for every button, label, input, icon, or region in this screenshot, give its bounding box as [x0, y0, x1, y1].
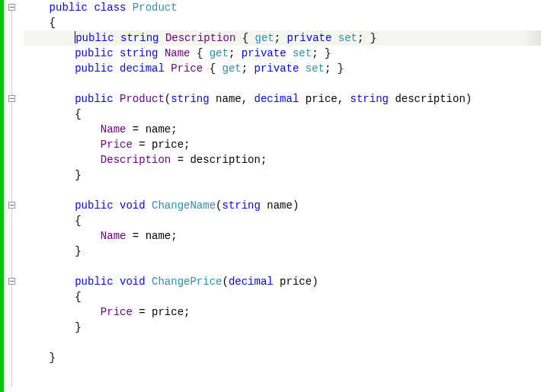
identifier: price — [152, 139, 184, 151]
space — [248, 32, 254, 44]
code-line[interactable]: public string Name { get; private set; } — [24, 46, 541, 61]
space — [158, 32, 165, 44]
code-line[interactable]: { — [24, 289, 541, 304]
code-line[interactable]: Name = name; — [24, 228, 541, 244]
brace: { — [210, 62, 216, 75]
keyword: class — [94, 2, 126, 14]
operator: = — [139, 139, 145, 151]
code-line[interactable]: } — [24, 350, 541, 365]
code-line[interactable]: Name = name; — [24, 122, 541, 137]
code-line[interactable]: Description = description; — [24, 152, 541, 167]
fold-toggle-icon[interactable] — [8, 95, 15, 102]
space — [190, 47, 196, 59]
type-keyword: string — [351, 93, 389, 105]
type-keyword: string — [222, 199, 260, 212]
space — [165, 62, 171, 75]
space — [319, 47, 325, 59]
brace: } — [370, 32, 376, 44]
accessor-keyword: get — [222, 62, 242, 75]
brace: { — [75, 215, 81, 227]
code-line[interactable]: Price = price; — [24, 137, 541, 152]
code-line-blank[interactable] — [24, 76, 541, 91]
space — [216, 62, 222, 75]
space — [274, 276, 280, 288]
accessor-keyword: get — [210, 47, 229, 59]
code-line-current[interactable]: public string Description { get; private… — [24, 30, 541, 46]
indent — [24, 108, 75, 120]
space — [299, 62, 305, 75]
space — [235, 47, 241, 59]
code-line[interactable]: Price = price; — [24, 304, 541, 320]
code-line[interactable]: } — [24, 320, 541, 335]
semicolon: ; — [242, 62, 248, 75]
indent — [24, 215, 75, 227]
gutter[interactable] — [4, 0, 21, 392]
method-name: ChangeName — [152, 199, 216, 212]
code-line[interactable]: { — [24, 15, 541, 30]
semicolon: ; — [261, 154, 267, 166]
keyword: public — [75, 199, 113, 212]
paren: ( — [165, 93, 171, 105]
type-keyword: decimal — [229, 276, 274, 288]
code-line[interactable]: public void ChangePrice(decimal price) — [24, 274, 541, 289]
paren: ( — [222, 276, 228, 288]
property-ref: Name — [101, 123, 126, 135]
indent — [24, 2, 50, 14]
brace: { — [242, 32, 248, 44]
indent — [24, 321, 75, 333]
comma: , — [242, 93, 248, 105]
brace: { — [50, 17, 56, 29]
space — [344, 93, 350, 105]
operator: = — [133, 123, 139, 135]
code-line[interactable]: public Product(string name, decimal pric… — [24, 91, 541, 107]
type-keyword: string — [171, 93, 209, 105]
space — [171, 154, 177, 166]
code-editor[interactable]: public class Product { public string Des… — [0, 0, 541, 392]
space — [280, 32, 287, 44]
space — [210, 93, 216, 105]
accessor-keyword: set — [293, 47, 312, 59]
code-area[interactable]: public class Product { public string Des… — [21, 0, 541, 392]
fold-toggle-icon[interactable] — [8, 202, 15, 209]
code-line[interactable]: } — [24, 167, 541, 183]
code-line-blank[interactable] — [24, 259, 541, 274]
code-line[interactable]: { — [24, 107, 541, 122]
space — [139, 230, 145, 242]
fold-toggle-icon[interactable] — [8, 278, 15, 285]
property-name: Description — [165, 32, 235, 44]
space — [331, 32, 338, 44]
accessor-keyword: set — [306, 62, 325, 75]
parameter: description — [395, 93, 465, 105]
indent — [24, 123, 101, 135]
code-line[interactable]: public decimal Price { get; private set;… — [24, 61, 541, 76]
semicolon: ; — [171, 123, 177, 135]
keyword: public — [75, 62, 113, 75]
code-line-blank[interactable] — [24, 183, 541, 198]
property-ref: Price — [101, 139, 133, 151]
keyword: private — [287, 32, 332, 44]
brace: } — [325, 47, 331, 59]
space — [114, 93, 120, 105]
type-keyword: decimal — [254, 93, 299, 105]
code-line[interactable]: } — [24, 244, 541, 259]
property-ref: Description — [101, 154, 171, 166]
indent — [24, 245, 75, 257]
brace: } — [50, 352, 56, 364]
indent — [24, 139, 101, 151]
indent — [24, 62, 75, 75]
indent — [24, 199, 75, 212]
code-line-blank[interactable] — [24, 335, 541, 350]
parameter: name — [216, 93, 242, 105]
parameter: name — [267, 199, 293, 212]
fold-toggle-icon[interactable] — [8, 4, 15, 11]
space — [126, 2, 132, 14]
brace: { — [75, 291, 81, 303]
semicolon: ; — [274, 32, 280, 44]
space — [126, 123, 132, 135]
semicolon: ; — [184, 139, 190, 151]
code-line[interactable]: public class Product — [24, 0, 541, 15]
code-line[interactable]: { — [24, 213, 541, 228]
code-line[interactable]: public void ChangeName(string name) — [24, 198, 541, 213]
indent — [24, 154, 101, 166]
property-ref: Name — [101, 230, 126, 242]
